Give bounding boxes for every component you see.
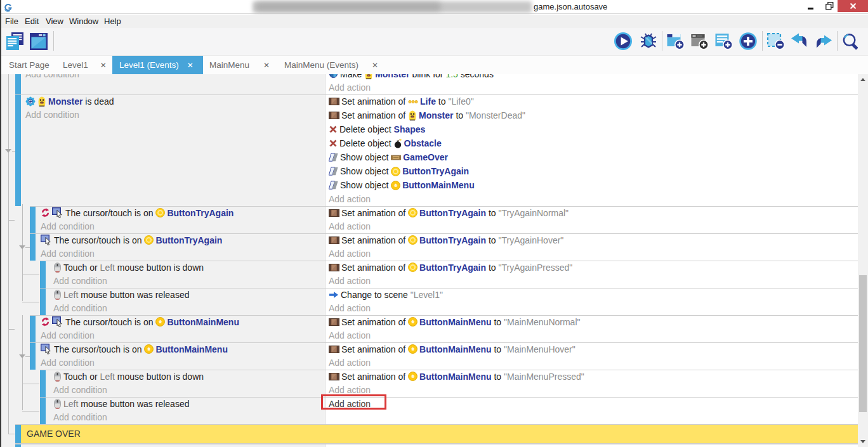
menu-window[interactable]: Window [69,15,98,28]
action-row[interactable]: Delete object Obstacle [329,136,442,150]
add-link[interactable]: Add action [329,249,371,259]
action-row[interactable]: Set animation of ButtonMainMenu to "Main… [329,315,580,329]
delete-event-icon[interactable] [766,32,786,51]
add-link[interactable]: Add condition [41,249,95,259]
add-action-row[interactable]: Add action [329,275,371,288]
menu-help[interactable]: Help [104,15,121,28]
add-event-icon[interactable] [666,32,685,51]
action-row[interactable]: Delete object Shapes [329,122,425,136]
action-row[interactable]: Set animation of Monster to "MonsterDead… [329,108,525,122]
condition-row[interactable]: Touch or Left mouse button is down [1,261,204,275]
add-link[interactable]: Add action [329,221,371,231]
start-page-icon[interactable] [29,32,48,51]
search-icon[interactable] [841,32,860,51]
add-link[interactable]: Add condition [53,412,107,422]
action-row[interactable]: Set animation of ButtonTryAgain to "TryA… [329,206,569,220]
add-link[interactable]: Add condition [53,385,107,395]
tab-close-icon[interactable]: ✕ [372,61,378,70]
add-link[interactable]: Add action [329,194,371,204]
add-link[interactable]: Add condition [41,330,95,340]
add-condition-row[interactable]: Add condition [1,275,107,288]
tab-close-icon[interactable]: ✕ [100,61,107,70]
redo-icon[interactable] [814,32,833,51]
menu-view[interactable]: View [46,15,63,28]
tree-expander-icon[interactable] [19,354,25,358]
tab-level1[interactable]: Level1 ✕ [54,56,107,74]
action-row[interactable]: Set animation of ButtonMainMenu to "Main… [329,370,584,384]
add-link[interactable]: Add condition [53,276,107,286]
add-condition-row[interactable]: Add condition [1,384,107,398]
tree-expander-icon[interactable] [5,149,11,153]
play-icon[interactable] [614,32,633,51]
tab-mainmenu-events[interactable]: MainMenu (Events) ✕ [279,56,378,74]
debugger-icon[interactable] [639,32,658,51]
comment-selection-bar[interactable] [15,425,21,444]
vertical-scrollbar[interactable] [858,74,868,447]
add-link[interactable]: Add action [329,303,371,313]
condition-row[interactable]: The cursor/touch is on ButtonTryAgain [1,233,222,247]
scrollbar-down-icon[interactable] [858,436,868,447]
action-row[interactable]: Show object GameOver [329,150,448,164]
add-action-row[interactable]: Add action [329,302,371,316]
tab-close-icon[interactable]: ✕ [263,61,270,70]
condition-row[interactable]: The cursor/touch is on ButtonMainMenu [1,315,239,329]
add-action-row[interactable]: Add action [329,81,371,95]
add-condition-row[interactable]: Add condition [1,411,107,425]
add-action-row[interactable]: Add action [329,329,371,343]
add-link[interactable]: Add condition [25,74,79,79]
scrollbar-thumb[interactable] [859,275,867,412]
add-link[interactable]: Add condition [41,358,95,368]
tab-start-page[interactable]: Start Page [0,56,59,74]
tab-close-icon[interactable]: ✕ [187,61,194,70]
add-condition-row[interactable]: Add condition [1,356,95,370]
add-link[interactable]: Add condition [41,221,95,231]
add-link[interactable]: Add condition [25,110,79,120]
action-row[interactable]: Make Monster blink for 1.5 seconds [329,74,494,81]
undo-icon[interactable] [790,32,809,51]
close-button[interactable] [838,0,868,12]
tab-level1-events[interactable]: Level1 (Events) ✕ [112,56,203,74]
action-row[interactable]: Set animation of Life to "Life0" [329,94,474,108]
project-manager-icon[interactable] [6,32,25,51]
action-row[interactable]: Show object ButtonTryAgain [329,164,469,178]
event-selection-bar[interactable] [15,444,21,447]
add-link[interactable]: Add action [329,276,371,286]
condition-row[interactable]: The cursor/touch is on ButtonTryAgain [1,206,233,220]
menu-edit[interactable]: Edit [25,15,39,28]
add-link[interactable]: Add action [329,82,371,93]
action-row[interactable]: Set animation of ButtonMainMenu to "Main… [329,342,575,356]
condition-row[interactable]: Left mouse button was released [1,397,189,411]
maximize-button[interactable] [821,0,838,12]
action-row[interactable]: Set animation of ButtonTryAgain to "TryA… [329,233,563,247]
tab-mainmenu[interactable]: MainMenu ✕ [203,56,270,74]
add-condition-row[interactable]: Add condition [1,302,107,316]
condition-row[interactable]: Touch or Left mouse button is down [1,370,204,384]
menu-file[interactable]: File [5,15,18,28]
add-link[interactable]: Add action [329,330,371,340]
action-row[interactable]: Set animation of ButtonTryAgain to "TryA… [329,261,572,275]
add-link[interactable]: Add action [329,385,371,395]
minimize-button[interactable] [801,0,820,12]
add-comment-icon[interactable] [714,32,733,51]
tree-expander-icon[interactable] [19,245,25,249]
add-condition-row[interactable]: Add condition [1,329,95,343]
condition-row[interactable]: Left mouse button was released [1,288,189,302]
condition-row[interactable]: Monster is dead [1,94,114,108]
add-action-row[interactable]: Add action [329,247,371,261]
action-row[interactable]: Show object ButtonMainMenu [329,178,475,192]
comment-background[interactable] [21,425,858,444]
add-condition-row[interactable]: Add condition [1,220,95,234]
add-action-row[interactable]: Add action [329,192,371,206]
add-link[interactable]: Add condition [53,303,107,313]
action-row[interactable]: Change to scene "Level1" [329,288,443,302]
add-link[interactable]: Add action [329,358,371,368]
add-condition-row[interactable]: Add condition [1,247,95,261]
add-condition-row[interactable]: Add condition [1,74,79,81]
condition-row[interactable]: The cursor/touch is on ButtonMainMenu [1,342,228,356]
add-condition-row[interactable]: Add condition [1,108,79,122]
add-action-row[interactable]: Add action [329,220,371,234]
add-plus-icon[interactable] [739,32,758,51]
add-action-row[interactable]: Add action [329,356,371,370]
scrollbar-up-icon[interactable] [858,74,868,85]
add-subevent-icon[interactable] [690,32,709,51]
